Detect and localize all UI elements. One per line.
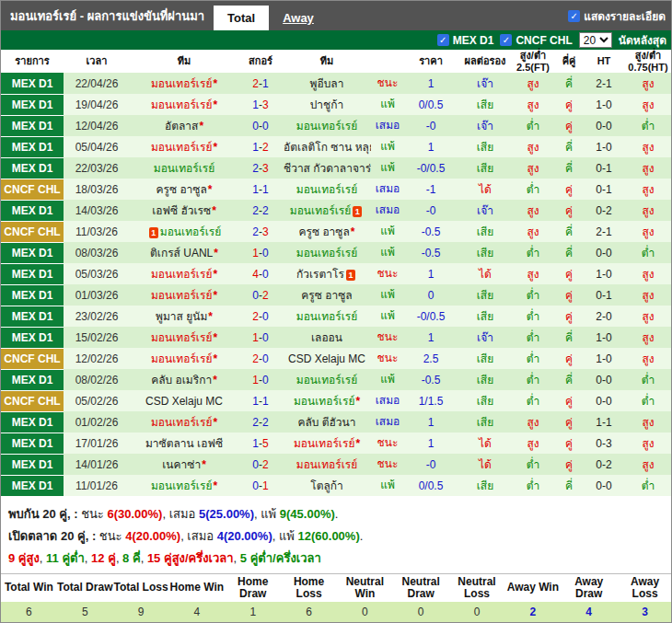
tab-total[interactable]: Total — [214, 6, 269, 30]
score-right: 0 — [262, 120, 269, 133]
league-badge: MEX D1 — [1, 94, 64, 115]
over-under-ht: สูง — [623, 157, 672, 179]
stats-value: 6 — [1, 602, 57, 622]
over-under-ht: ต่ำ — [623, 369, 672, 390]
handicap-odds: -0/0.5 — [404, 306, 458, 327]
score-right: 0 — [262, 374, 269, 386]
over-under-ft: ต่ำ — [513, 179, 553, 200]
handicap-result: เสีย — [458, 157, 513, 179]
league-filter-cncfchl[interactable]: ✓ CNCF CHL — [500, 34, 572, 47]
table-row: MEX D114/03/26เอฟซี ฮัวเรซ*2-2มอนเทอร์เร… — [1, 200, 672, 221]
league-badge: MEX D1 — [1, 454, 64, 475]
odd-even: คู่ — [553, 306, 585, 327]
handicap-odds: -1 — [404, 179, 458, 200]
ht-score: 0-2 — [585, 200, 623, 221]
over-under-ft: ต่ำ — [513, 475, 553, 496]
score-left: 4 — [252, 268, 259, 281]
match-date: 19/04/26 — [64, 94, 130, 115]
home-team-star-icon: * — [213, 268, 217, 281]
summary-segment: , เสมอ — [180, 529, 217, 543]
handicap-odds: 2.5 — [404, 348, 458, 369]
handicap-result: เสีย — [458, 411, 513, 433]
table-row: MEX D101/03/26มอนเทอร์เรย์*0-2ครูซ อาซูล… — [1, 284, 672, 306]
stats-value: 4 — [168, 602, 225, 622]
checkbox-checked-icon[interactable]: ✓ — [568, 10, 580, 22]
team-name: กัวเรตาโร — [296, 268, 344, 281]
handicap-result: เสีย — [458, 369, 513, 390]
score: 1-1 — [238, 390, 283, 411]
away-team: ปาชูก้า — [283, 94, 371, 115]
summary-segment: , แพ้ — [272, 529, 298, 543]
match-date: 08/02/26 — [64, 369, 130, 390]
score-left: 1 — [252, 247, 259, 260]
checkbox-checked-icon[interactable]: ✓ — [500, 34, 512, 46]
team-name: มอนเทอร์เรย์ — [296, 183, 358, 196]
away-team: เลออน — [283, 327, 371, 348]
odd-even: คู่ — [553, 179, 585, 200]
home-team-star-icon: * — [208, 310, 213, 323]
home-team-star-icon: * — [214, 247, 218, 260]
league-badge: MEX D1 — [1, 284, 64, 306]
score-left: 1 — [252, 183, 259, 196]
tab-away[interactable]: Away — [269, 6, 328, 30]
score-right: 1 — [262, 183, 269, 196]
away-team: มอนเทอร์เรย์ — [283, 179, 371, 200]
results-column-header: ทีม — [130, 50, 238, 73]
score-left: 0 — [252, 458, 259, 471]
summary-segment: 9(45.00%) — [280, 507, 335, 521]
score-right: 0 — [262, 247, 269, 260]
show-details-label: แสดงรายละเอียด — [584, 7, 666, 25]
stats-values-row: 659416000243 — [1, 602, 672, 622]
over-under-ht: สูง — [623, 411, 672, 433]
away-team: ครูซ อาซูล — [283, 284, 371, 306]
show-details-toggle[interactable]: ✓ แสดงรายละเอียด — [568, 7, 671, 25]
odd-even: คู่ — [553, 433, 585, 454]
handicap-odds: 1 — [404, 263, 458, 284]
handicap-result: ได้ — [458, 454, 513, 475]
league-badge: CNCF CHL — [1, 221, 64, 242]
team-name: คลับ อเมริกา — [151, 374, 212, 386]
score-right: 0 — [262, 352, 269, 365]
home-team: ติเกรส์ UANL* — [130, 242, 238, 263]
league-filter-mexd1[interactable]: ✓ MEX D1 — [437, 34, 494, 47]
stats-value: 2 — [504, 602, 561, 622]
checkbox-checked-icon[interactable]: ✓ — [437, 34, 449, 46]
league-badge: CNCF CHL — [1, 348, 64, 369]
league-badge: MEX D1 — [1, 115, 64, 136]
score-right: 3 — [262, 98, 269, 111]
over-under-ht: สูง — [623, 73, 672, 94]
home-team: 1มอนเทอร์เรย์ — [130, 221, 238, 242]
over-under-ft: ต่ำ — [513, 454, 553, 475]
match-result: ชนะ — [371, 73, 404, 94]
score-left: 2 — [252, 77, 259, 90]
summary-section: พบกัน 20 คู่, : ชนะ 6(30.00%), เสมอ 5(25… — [1, 497, 671, 572]
over-under-ht: สูง — [623, 327, 672, 348]
handicap-odds: -0/0.5 — [404, 157, 458, 179]
matches-count-select[interactable]: 20 — [579, 32, 612, 48]
stats-column-header: Total Loss — [113, 573, 169, 602]
away-team: มอนเทอร์เรย์* — [283, 433, 371, 454]
over-under-ht: สูง — [623, 306, 672, 327]
score-right: 3 — [262, 225, 269, 238]
league-badge: CNCF CHL — [1, 179, 64, 200]
team-name: ติเกรส์ UANL — [150, 247, 213, 260]
over-under-ht: สูง — [623, 348, 672, 369]
over-under-ft: ต่ำ — [513, 369, 553, 390]
away-team: มอนเทอร์เรย์ — [283, 242, 371, 263]
odd-even: คี่ — [553, 369, 585, 390]
score-left: 1 — [252, 98, 259, 111]
ht-score: 2-1 — [585, 221, 623, 242]
match-date: 11/03/26 — [64, 221, 130, 242]
team-name: ครูซ อาซูล — [156, 183, 206, 196]
handicap-result: เจ๊า — [458, 73, 513, 94]
match-result: ชนะ — [371, 327, 404, 348]
odd-even: คี่ — [553, 136, 585, 157]
over-under-ft: สูง — [513, 411, 553, 433]
away-team: ครูซ อาซูล* — [283, 221, 371, 242]
summary-segment: พบกัน 20 คู่, : — [8, 507, 81, 521]
match-date: 15/02/26 — [64, 327, 130, 348]
stats-value: 4 — [561, 602, 617, 622]
stats-column-header: Neutral Loss — [449, 573, 505, 602]
score-left: 0 — [252, 479, 259, 492]
score-left: 0 — [252, 289, 259, 302]
